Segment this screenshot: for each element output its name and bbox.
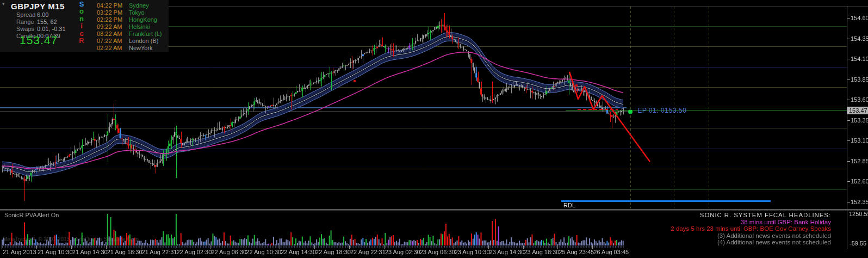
session-city: London (B) bbox=[129, 38, 158, 44]
time-tick-label: 26 Aug 03:45 bbox=[593, 249, 629, 255]
session-clock-row: 09:22 AMHelsinki bbox=[0, 23, 169, 30]
session-clock-row: 08:22 AMFrankfurt (L) bbox=[0, 30, 169, 38]
time-tick-label: 21 Aug 2013 bbox=[3, 249, 36, 255]
time-tick-label: 23 Aug 14:30 bbox=[489, 249, 525, 255]
time-tick-label: 23 Aug 18:30 bbox=[524, 249, 560, 255]
headline-item: (3) Additional news events not scheduled bbox=[671, 232, 831, 239]
session-city: Tokyo bbox=[129, 9, 145, 16]
time-tick-label: 21 Aug 10:30 bbox=[38, 249, 73, 255]
price-tick-label: 153.35 bbox=[851, 117, 868, 124]
session-city: Frankfurt (L) bbox=[129, 30, 162, 37]
volume-axis-min-label: -59.55 bbox=[850, 240, 866, 247]
current-price-tag: 153.47 bbox=[847, 107, 868, 114]
session-city: Helsinki bbox=[129, 23, 150, 30]
price-tick-label: 152.85 bbox=[851, 158, 868, 164]
alert-status-label: Alert On bbox=[37, 212, 59, 218]
indicator-name-label: SonicR PVA bbox=[4, 212, 37, 218]
session-clock-row: 07:22 AMLondon (B) bbox=[0, 38, 169, 45]
session-time: 04:22 PM bbox=[97, 2, 122, 9]
price-tick-label: 152.35 bbox=[851, 199, 868, 205]
price-tick-label: 154.35 bbox=[851, 35, 868, 42]
session-city: Sydney bbox=[129, 2, 149, 9]
entry-point-label[interactable]: EP 01: 0153.50 bbox=[637, 107, 686, 114]
volume-axis-max-label: 1250.55 bbox=[849, 211, 868, 217]
price-tick-label: 153.10 bbox=[851, 137, 868, 144]
session-time: 08:22 AM bbox=[97, 30, 122, 37]
price-tick-label: 154.10 bbox=[851, 56, 868, 62]
mt4-chart-window: MetaTrader 4, © 2001-2013, MetaQuotes So… bbox=[0, 0, 868, 258]
price-tick-label: 153.85 bbox=[851, 76, 868, 83]
session-city: NewYork bbox=[129, 45, 153, 51]
time-tick-label: 21 Aug 18:30 bbox=[107, 249, 142, 255]
session-clock-row: 02:22 PMHongKong bbox=[0, 16, 169, 23]
session-city: HongKong bbox=[129, 16, 157, 23]
session-time: 07:22 AM bbox=[97, 38, 122, 44]
time-tick-label: 21 Aug 22:31 bbox=[142, 249, 177, 255]
time-tick-label: 21 Aug 14:30 bbox=[72, 249, 108, 255]
price-tick-label: 153.60 bbox=[851, 96, 868, 103]
headlines-title: SONIC R. SYSTEM FFCAL HEADLINES: bbox=[671, 212, 831, 218]
session-clock-row: 03:22 PMTokyo bbox=[0, 9, 169, 16]
headline-item: (4) Additional news events not scheduled bbox=[671, 239, 831, 245]
session-clock-row: 02:22 AMNewYork bbox=[0, 45, 169, 52]
time-tick-label: 22 Aug 02:30 bbox=[177, 249, 212, 255]
price-tick-label: 154.60 bbox=[851, 15, 868, 21]
ffcal-headlines-panel: SONIC R. SYSTEM FFCAL HEADLINES: 38 mins… bbox=[671, 212, 831, 246]
time-tick-label: 22 Aug 10:30 bbox=[246, 249, 281, 255]
time-tick-label: 25 Aug 23:45 bbox=[559, 249, 594, 255]
time-tick-label: 22 Aug 06:30 bbox=[211, 249, 246, 255]
session-time: 09:22 AM bbox=[97, 23, 122, 30]
time-tick-label: 23 Aug 02:30 bbox=[385, 249, 420, 255]
rdl-line-label[interactable]: RDL bbox=[563, 202, 575, 208]
time-tick-label: 22 Aug 18:30 bbox=[315, 249, 351, 255]
time-tick-label: 22 Aug 14:30 bbox=[281, 249, 316, 255]
session-clock-row: 04:22 PMSydney bbox=[0, 2, 169, 9]
headline-item: 2 days 5 hrs 23 mins until GBP: BOE Gov … bbox=[671, 225, 831, 232]
price-tick-label: 152.60 bbox=[851, 178, 868, 185]
time-tick-label: 22 Aug 22:31 bbox=[350, 249, 386, 255]
time-tick-label: 23 Aug 10:30 bbox=[455, 249, 490, 255]
time-tick-label: 23 Aug 06:30 bbox=[420, 249, 455, 255]
headline-item: 38 mins until GBP: Bank Holiday bbox=[671, 219, 831, 225]
session-time: 03:22 PM bbox=[97, 9, 122, 16]
session-time: 02:22 AM bbox=[97, 45, 122, 51]
session-time: 02:22 PM bbox=[97, 16, 122, 23]
